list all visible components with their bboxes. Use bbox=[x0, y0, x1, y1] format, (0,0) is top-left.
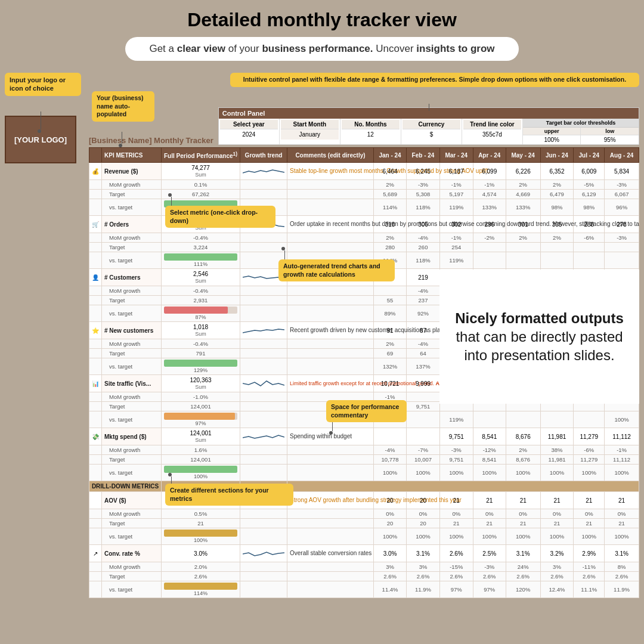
customers-sparkline bbox=[243, 270, 284, 283]
subtitle-text: Get a clear view of your business perfor… bbox=[149, 43, 494, 54]
table-row: Target 3,224 280260254 bbox=[89, 243, 639, 252]
drill-perf-label: Performance bbox=[162, 481, 240, 492]
rev-mom-full: 0.1% bbox=[162, 180, 240, 190]
subtitle-bar: Get a clear view of your business perfor… bbox=[125, 37, 518, 61]
cp-nmonths-value[interactable]: 12 bbox=[342, 129, 400, 140]
rev-vst-apr: 133% bbox=[473, 199, 506, 216]
spreadsheet-area: Your (business) name auto-populated [Bus… bbox=[89, 73, 639, 598]
rev-jun: 6,352 bbox=[540, 163, 574, 180]
table-row: vs. target 100% 100%100%100% 100%100%100… bbox=[89, 528, 639, 545]
orders-full: 3,564Sum bbox=[162, 216, 240, 233]
revenue-comment[interactable]: Stable top-line growth most months. Grow… bbox=[287, 163, 374, 180]
table-row: AOV ($) 21Sum Strong AOV growth after bu… bbox=[89, 492, 639, 509]
rev-mom-aug: -3% bbox=[605, 180, 639, 190]
table-row: 💰 Revenue ($) 74,277Sum Stable top-line … bbox=[89, 163, 639, 180]
rev-mom-jul: -5% bbox=[574, 180, 605, 190]
orders-comment[interactable]: Order uptake in recent months but driven… bbox=[287, 216, 374, 233]
cp-currency-value[interactable]: $ bbox=[402, 129, 460, 140]
rev-vst-may: 133% bbox=[506, 199, 540, 216]
customers-comment[interactable]: retention. bbox=[287, 269, 374, 286]
th-icon bbox=[89, 148, 102, 163]
cp-month-value[interactable]: January bbox=[281, 129, 339, 140]
customers-spark bbox=[240, 269, 287, 286]
rev-target-label: Target bbox=[102, 190, 162, 199]
orders-name: # Orders bbox=[102, 216, 162, 233]
rev-aug: 5,834 bbox=[605, 163, 639, 180]
table-row: vs. target 97% 119% 100% bbox=[89, 411, 639, 428]
th-aug: Aug - 24 bbox=[605, 148, 639, 163]
table-row: vs. target 111% 114%118%119% bbox=[89, 252, 639, 269]
cp-upper-label: upper bbox=[523, 128, 581, 135]
rev-mom-jun: 2% bbox=[540, 180, 574, 190]
table-row: Target 124,001 10,77810,0079,751 8,5418,… bbox=[89, 455, 639, 465]
revenue-icon: 💰 bbox=[89, 163, 102, 180]
table-row: MoM growth 0.1% 2% -3% -1% -1% 2% 2% -5%… bbox=[89, 180, 639, 190]
th-jun: Jun - 24 bbox=[540, 148, 574, 163]
cp-nmonths-header: No. Months bbox=[342, 120, 400, 129]
cp-year-value[interactable]: 2024 bbox=[220, 129, 278, 140]
orders-spark bbox=[240, 216, 287, 233]
control-panel: Control Panel Select year 2024 Start Mon… bbox=[218, 107, 639, 145]
table-row: MoM growth 0.5% 0%0%0% 0%0%0% 0%0% bbox=[89, 509, 639, 519]
drill-down-header-row: DRILL-DOWN METRICS Performance Growth tr… bbox=[89, 481, 639, 492]
aov-sparkline bbox=[243, 493, 284, 506]
rev-tgt-feb: 5,308 bbox=[407, 190, 440, 199]
rev-vst-jun: 98% bbox=[540, 199, 574, 216]
business-callout: Your (business) name auto-populated bbox=[92, 91, 154, 122]
main-container: Detailed monthly tracker view Get a clea… bbox=[0, 0, 644, 644]
control-panel-section: Intuitive control panel with flexible da… bbox=[218, 73, 639, 145]
logo-text: [YOUR LOGO] bbox=[14, 135, 67, 144]
kpi-header-row: KPI METRICS Full Period Performance1) Gr… bbox=[89, 148, 639, 163]
business-name: [Business Name] Monthly Tracker bbox=[89, 136, 213, 145]
cp-low-value[interactable]: 95% bbox=[581, 135, 639, 144]
cp-year-header: Select year bbox=[220, 120, 278, 129]
table-row: Target 67,262 5,689 5,308 5,197 4,574 4,… bbox=[89, 190, 639, 199]
customers-name: # Customers bbox=[102, 269, 162, 286]
newcust-spark bbox=[240, 322, 287, 339]
th-may: May - 24 bbox=[506, 148, 540, 163]
rev-target-full: 67,262 bbox=[162, 190, 240, 199]
control-panel-body: Select year 2024 Start Month January No.… bbox=[219, 119, 639, 144]
cp-currency-header: Currency bbox=[402, 120, 460, 129]
th-apr: Apr - 24 bbox=[473, 148, 506, 163]
drill-growth-label: Growth trend bbox=[240, 481, 287, 492]
rev-mom-may: 2% bbox=[506, 180, 540, 190]
table-row: 💸 Mktg spend ($) 124,001Sum Spending wit… bbox=[89, 428, 639, 445]
mktg-sparkline bbox=[243, 429, 284, 442]
nicely-formatted-panel: Nicely formatted outputs that can be dir… bbox=[439, 270, 639, 404]
rev-tgt-may: 4,669 bbox=[506, 190, 540, 199]
nicely-formatted-text: Nicely formatted outputs that can be dir… bbox=[451, 309, 627, 365]
conv-sparkline bbox=[243, 546, 284, 559]
cp-target-header: Target bar color thresholds bbox=[523, 119, 639, 128]
cp-low-label: low bbox=[581, 128, 639, 135]
left-sidebar: Input your logo or icon of choice [YOUR … bbox=[5, 73, 85, 598]
th-comments: Comments (edit directly) bbox=[287, 148, 374, 163]
newcust-sparkline bbox=[243, 323, 284, 336]
rev-vst-feb: 118% bbox=[407, 199, 440, 216]
newcust-comment[interactable]: Recent growth driven by new customer acq… bbox=[287, 322, 374, 339]
rev-tgt-jun: 6,479 bbox=[540, 190, 574, 199]
newcust-full: 1,018Sum bbox=[162, 322, 240, 339]
table-row: MoM growth 1.6% -4%-7%-3% -12%2%38% -6%-… bbox=[89, 445, 639, 455]
rev-mom-feb: -3% bbox=[407, 180, 440, 190]
control-callout: Intuitive control panel with flexible da… bbox=[230, 73, 639, 87]
cp-upper-value[interactable]: 100% bbox=[523, 135, 581, 144]
revenue-full: 74,277Sum bbox=[162, 163, 240, 180]
rev-vst-aug: 96% bbox=[605, 199, 639, 216]
kpi-table-wrapper: Select metric (one-click drop-down) Auto… bbox=[89, 147, 639, 598]
cp-trend-value[interactable]: 355c7d bbox=[463, 129, 521, 140]
table-row: vs. target 100% 100%100%100% 100%100%100… bbox=[89, 465, 639, 481]
traffic-sparkline bbox=[243, 376, 284, 389]
cp-select-year-col: Select year 2024 bbox=[219, 119, 280, 144]
table-row: vs. target 100% 114% 118% 119% 133% 1 bbox=[89, 199, 639, 216]
subtitle-bold2: business performance. bbox=[262, 43, 373, 54]
th-jul: Jul - 24 bbox=[574, 148, 605, 163]
revenue-spark bbox=[240, 163, 287, 180]
rev-vst-jan: 114% bbox=[374, 199, 407, 216]
header-area: Detailed monthly tracker view Get a clea… bbox=[0, 0, 644, 72]
customers-icon: 👤 bbox=[89, 269, 102, 286]
cp-month-header: Start Month bbox=[281, 120, 339, 129]
table-row: MoM growth -0.4% 2%-4%-1% -2%2%2% -6%-3% bbox=[89, 233, 639, 243]
rev-vst-full: 100% bbox=[162, 199, 240, 216]
cp-target-sub: upper 100% low 95% bbox=[523, 128, 639, 144]
